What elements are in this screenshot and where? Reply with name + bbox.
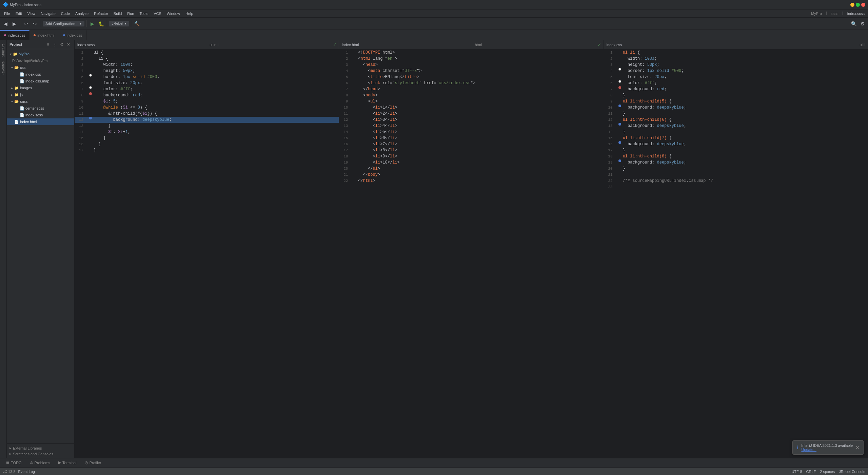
menu-vcs[interactable]: VCS	[151, 11, 164, 16]
app-icon: 🔷	[3, 2, 8, 7]
code-area-scss[interactable]: 1 ul { 2 li { 3 width: 100%;	[75, 50, 339, 458]
tabs-group: index.scss index.html index.css	[0, 30, 86, 40]
tree-item-css-folder[interactable]: ▾ 📂 css	[7, 64, 74, 71]
scss-dot	[4, 34, 6, 36]
tab-html[interactable]: index.html	[29, 30, 59, 40]
back-button[interactable]: ◀	[1, 20, 9, 28]
run-config-button[interactable]: Add Configuration... ▾	[43, 21, 84, 26]
html-line-9: 9 <ul>	[339, 98, 603, 104]
menu-code[interactable]: Code	[58, 11, 73, 16]
undo-button[interactable]: ↩	[22, 20, 30, 28]
code-area-css[interactable]: 1 ul li { 2 width: 100%; 3 height: 50px;…	[604, 50, 868, 458]
sidebar-close-btn[interactable]: ✕	[65, 41, 72, 48]
project-tab[interactable]: MyPro	[809, 12, 824, 16]
notification-link[interactable]: Update...	[801, 448, 853, 452]
tree-item-index-css[interactable]: ▸ 📄 index.css	[7, 71, 74, 78]
update-link[interactable]: Update...	[801, 448, 816, 452]
notification-close-button[interactable]: ✕	[855, 445, 860, 450]
jrebel-button[interactable]: JRebel ▾	[109, 21, 129, 26]
tab-scss-label: index.scss	[8, 33, 25, 37]
tab-css[interactable]: index.css	[59, 30, 87, 40]
settings-button[interactable]: ⚙	[859, 20, 867, 28]
tree-label-index-css: index.css	[25, 72, 41, 76]
css-gutter-6	[618, 80, 621, 83]
css-line-18: 18 ul li:nth-child(8) {	[604, 153, 868, 159]
images-folder-icon: 📁	[14, 86, 19, 90]
scratches-item[interactable]: ▸ Scratches and Consoles	[9, 451, 72, 457]
tree-label-index-html: index.html	[20, 120, 37, 124]
external-libraries-item[interactable]: ▸ External Libraries	[9, 445, 72, 451]
problems-tab[interactable]: ⚠ Problems	[26, 459, 54, 467]
html-line-18: 18 <li>9</li>	[339, 153, 603, 159]
terminal-tab[interactable]: ▶ Terminal	[55, 459, 80, 467]
left-strip: Structure Favorites	[0, 40, 7, 458]
active-file-tab[interactable]: index.scss	[845, 12, 867, 16]
gutter-dot-8	[89, 92, 92, 95]
sidebar-settings-btn[interactable]: ⋮	[52, 41, 58, 48]
menu-analyze[interactable]: Analyze	[73, 11, 91, 16]
line-sep-status[interactable]: CRLF	[806, 470, 816, 474]
code-line-8: 8 background: red;	[75, 92, 339, 98]
debug-button[interactable]: 🐛	[97, 20, 105, 28]
css-line-7: 7 background: red;	[604, 86, 868, 92]
tree-label-js: js	[20, 93, 23, 97]
editor-panel-scss: index.scss ul > li ✓ 1 ul { 2 li {	[75, 40, 339, 458]
tree-item-path[interactable]: D:\Develop\Web\MyPro	[7, 57, 74, 64]
tree-item-sass[interactable]: ▾ 📂 sass	[7, 98, 74, 105]
js-folder-icon: 📁	[14, 93, 19, 97]
sidebar-collapse-btn[interactable]: ≡	[45, 41, 51, 48]
menu-run[interactable]: Run	[124, 11, 137, 16]
jrebel-console-status[interactable]: JRebel Console	[839, 470, 865, 474]
tree-item-images[interactable]: ▸ 📁 images	[7, 84, 74, 91]
menu-tools[interactable]: Tools	[137, 11, 151, 16]
search-button[interactable]: 🔍	[850, 20, 858, 28]
menu-navigate[interactable]: Navigate	[38, 11, 58, 16]
tree-label-images: images	[20, 86, 32, 90]
menu-edit[interactable]: Edit	[13, 11, 25, 16]
structure-panel-button[interactable]: Structure	[1, 41, 6, 59]
favorites-panel-button[interactable]: Favorites	[1, 59, 6, 77]
menu-file[interactable]: File	[1, 11, 13, 16]
tree-item-index-scss[interactable]: ▸ 📄 index.scss	[7, 112, 74, 118]
run-button[interactable]: ▶	[88, 20, 96, 28]
spaces-status[interactable]: 2 spaces	[820, 470, 835, 474]
sidebar-gear-btn[interactable]: ⚙	[59, 41, 65, 48]
sass-tab[interactable]: sass	[829, 12, 841, 16]
css-line-20: 20 }	[604, 166, 868, 172]
editor-header-html: index.html html ✓	[339, 40, 603, 50]
build-button[interactable]: 🔨	[133, 20, 141, 28]
tree-item-mypro[interactable]: ▾ 📁 MyPro	[7, 51, 74, 57]
tree-item-js[interactable]: ▸ 📁 js	[7, 91, 74, 98]
html-check-icon: ✓	[598, 42, 600, 48]
git-status[interactable]: ⎇ 13:8	[3, 469, 15, 474]
css-line-6: 6 color: #fff;	[604, 80, 868, 86]
code-area-html[interactable]: 1 <!DOCTYPE html> 2 <html lang="en"> 3 <…	[339, 50, 603, 458]
menu-view[interactable]: View	[25, 11, 38, 16]
maximize-button[interactable]	[856, 3, 860, 7]
menu-window[interactable]: Window	[164, 11, 183, 16]
code-line-3: 3 width: 100%;	[75, 62, 339, 68]
code-line-13: 13 }	[75, 123, 339, 129]
code-line-6: 6 font-size: 20px;	[75, 80, 339, 86]
event-log-status[interactable]: Event Log	[18, 470, 35, 474]
menu-help[interactable]: Help	[183, 11, 196, 16]
redo-button[interactable]: ↪	[31, 20, 39, 28]
notification-content: IntelliJ IDEA 2021.1.3 available Update.…	[801, 443, 853, 452]
menu-build[interactable]: Build	[111, 11, 124, 16]
close-button[interactable]	[861, 3, 865, 7]
title-bar: 🔷 MyPro - index.scss	[0, 0, 868, 10]
profiler-tab[interactable]: ◷ Profiler	[81, 459, 105, 467]
tab-scss[interactable]: index.scss	[0, 30, 29, 40]
tree-item-index-css-map[interactable]: ▸ 📄 index.css.map	[7, 78, 74, 84]
encoding-status[interactable]: UTF-8	[791, 470, 802, 474]
scss-editor-filename: index.scss	[77, 43, 95, 47]
line-sep-label: CRLF	[806, 470, 816, 474]
minimize-button[interactable]	[850, 3, 854, 7]
tree-item-center-scss[interactable]: ▸ 📄 center.scss	[7, 105, 74, 112]
tree-item-index-html[interactable]: ▸ 📄 index.html	[7, 118, 74, 125]
code-line-16: 16 }	[75, 141, 339, 147]
menu-refactor[interactable]: Refactor	[91, 11, 111, 16]
forward-button[interactable]: ▶	[10, 20, 18, 28]
todo-tab[interactable]: ☰ TODO	[3, 459, 25, 467]
title-bar-controls[interactable]	[850, 3, 865, 7]
